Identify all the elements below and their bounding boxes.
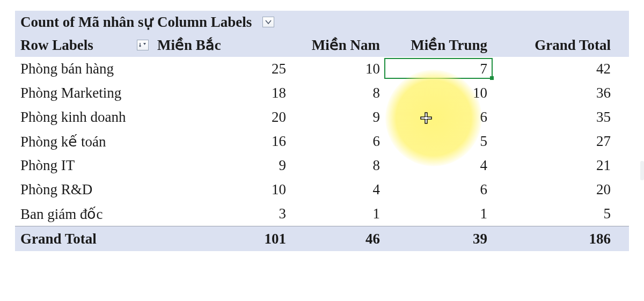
table-row: Phòng kinh doanh209635 [15,105,629,129]
data-cell[interactable]: 6 [385,107,493,128]
data-cell[interactable]: 9 [152,155,291,176]
row-label[interactable]: Phòng kinh doanh [15,107,152,128]
grand-total-cell: 186 [493,229,616,249]
table-row: Phòng Marketing1881036 [15,81,629,105]
column-labels-header[interactable]: Column Labels [152,12,385,33]
data-cell[interactable]: 16 [152,131,291,152]
data-cell[interactable]: 35 [493,107,616,128]
column-header[interactable]: Miền Nam [291,34,385,56]
pivot-header-row-2: Row LabelsMiền BắcMiền NamMiền TrungGran… [15,33,629,57]
data-cell[interactable]: 18 [152,83,291,104]
row-labels-header[interactable]: Row Labels [15,35,152,56]
pivot-body: Phòng bán hàng2510742Phòng Marketing1881… [15,57,629,226]
data-cell[interactable]: 42 [493,58,616,79]
row-label[interactable]: Phòng R&D [15,179,152,200]
chevron-down-icon [265,19,272,25]
data-cell[interactable]: 25 [152,58,291,79]
row-label[interactable]: Phòng kế toán [15,131,152,152]
data-cell[interactable]: 4 [385,155,493,176]
data-cell[interactable]: 6 [291,131,385,152]
column-labels-dropdown[interactable] [262,17,274,27]
data-cell[interactable]: 20 [152,107,291,128]
pivot-header-row-1: Count of Mã nhân sựColumn Labels [15,11,629,33]
table-row: Ban giám đốc3115 [15,202,629,226]
table-row: Phòng kế toán166527 [15,129,629,153]
column-header[interactable]: Grand Total [493,35,616,56]
data-cell[interactable]: 8 [291,83,385,104]
scrollbar-thumb[interactable] [640,161,644,180]
data-cell[interactable]: 10 [291,58,385,79]
table-row: Phòng IT98421 [15,153,629,178]
row-label[interactable]: Phòng IT [15,155,152,176]
data-cell[interactable]: 3 [152,203,291,224]
sort-dropdown-icon [139,42,147,48]
grand-total-cell: 39 [385,229,493,249]
column-header[interactable]: Miền Bắc [152,34,291,56]
data-cell[interactable]: 4 [291,179,385,200]
pivot-table[interactable]: Count of Mã nhân sựColumn LabelsRow Labe… [15,11,629,251]
data-cell[interactable]: 1 [385,203,493,224]
data-cell[interactable]: 10 [385,83,493,104]
table-row: Phòng bán hàng2510742 [15,57,629,81]
data-cell[interactable]: 9 [291,107,385,128]
data-cell[interactable]: 36 [493,83,616,104]
data-cell[interactable]: 20 [493,179,616,200]
data-cell[interactable]: 8 [291,155,385,176]
data-cell[interactable]: 27 [493,131,616,152]
grand-total-cell: 46 [291,229,385,249]
measure-label: Count of Mã nhân sự [15,11,152,33]
data-cell[interactable]: 21 [493,155,616,176]
row-label[interactable]: Phòng Marketing [15,83,152,104]
data-cell[interactable]: 5 [385,131,493,152]
row-label[interactable]: Ban giám đốc [15,203,152,225]
column-header[interactable]: Miền Trung [385,34,493,56]
data-cell[interactable]: 5 [493,203,616,224]
data-cell[interactable]: 10 [152,179,291,200]
grand-total-cell: 101 [152,229,291,249]
data-cell[interactable]: 7 [385,58,493,79]
empty [493,20,616,24]
column-labels-text: Column Labels [157,14,252,31]
grand-total-label: Grand Total [15,229,152,249]
grand-total-row: Grand Total1014639186 [15,226,629,251]
row-labels-text: Row Labels [20,37,93,53]
empty [385,20,493,24]
pivot-table-viewport: Count of Mã nhân sựColumn LabelsRow Labe… [0,0,644,301]
row-labels-dropdown[interactable] [137,40,149,50]
data-cell[interactable]: 1 [291,203,385,224]
row-label[interactable]: Phòng bán hàng [15,58,152,79]
data-cell[interactable]: 6 [385,179,493,200]
table-row: Phòng R&D104620 [15,178,629,202]
